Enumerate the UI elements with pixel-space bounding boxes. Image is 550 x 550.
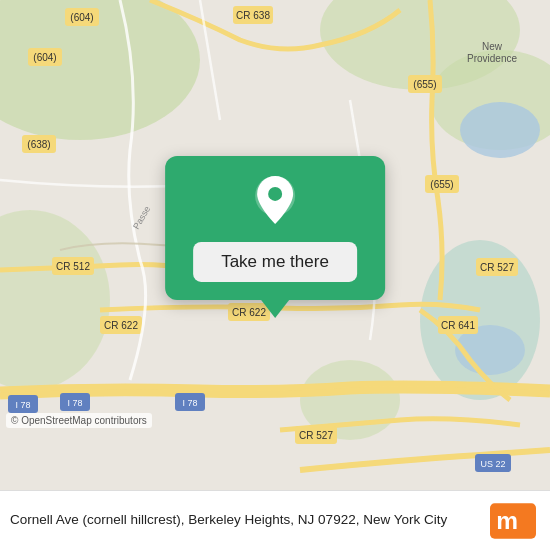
svg-text:I 78: I 78	[15, 400, 30, 410]
take-me-there-button[interactable]: Take me there	[193, 242, 357, 282]
svg-point-7	[460, 102, 540, 158]
svg-text:(655): (655)	[430, 179, 453, 190]
svg-text:CR 622: CR 622	[232, 307, 266, 318]
moovit-icon: m	[490, 503, 536, 539]
svg-text:m: m	[496, 507, 518, 534]
svg-point-45	[268, 187, 282, 201]
svg-text:CR 527: CR 527	[299, 430, 333, 441]
svg-text:CR 512: CR 512	[56, 261, 90, 272]
svg-text:(604): (604)	[70, 12, 93, 23]
svg-text:CR 641: CR 641	[441, 320, 475, 331]
svg-text:(638): (638)	[27, 139, 50, 150]
moovit-logo: m	[490, 503, 536, 539]
copyright-bar: © OpenStreetMap contributors	[6, 413, 152, 428]
popup-overlay: Take me there	[165, 156, 385, 318]
svg-text:CR 638: CR 638	[236, 10, 270, 21]
popup-box: Take me there	[165, 156, 385, 300]
copyright-text: © OpenStreetMap contributors	[11, 415, 147, 426]
bottom-bar: Cornell Ave (cornell hillcrest), Berkele…	[0, 490, 550, 550]
svg-text:US 22: US 22	[480, 459, 505, 469]
svg-text:(604): (604)	[33, 52, 56, 63]
svg-text:I 78: I 78	[182, 398, 197, 408]
svg-text:I 78: I 78	[67, 398, 82, 408]
address-text: Cornell Ave (cornell hillcrest), Berkele…	[10, 511, 490, 530]
svg-text:CR 527: CR 527	[480, 262, 514, 273]
svg-text:New: New	[482, 41, 503, 52]
svg-text:(655): (655)	[413, 79, 436, 90]
location-pin-icon	[253, 174, 297, 226]
svg-text:Providence: Providence	[467, 53, 517, 64]
svg-text:CR 622: CR 622	[104, 320, 138, 331]
map-container: (604) (604) (638) CR 638 (655) (655) CR …	[0, 0, 550, 490]
